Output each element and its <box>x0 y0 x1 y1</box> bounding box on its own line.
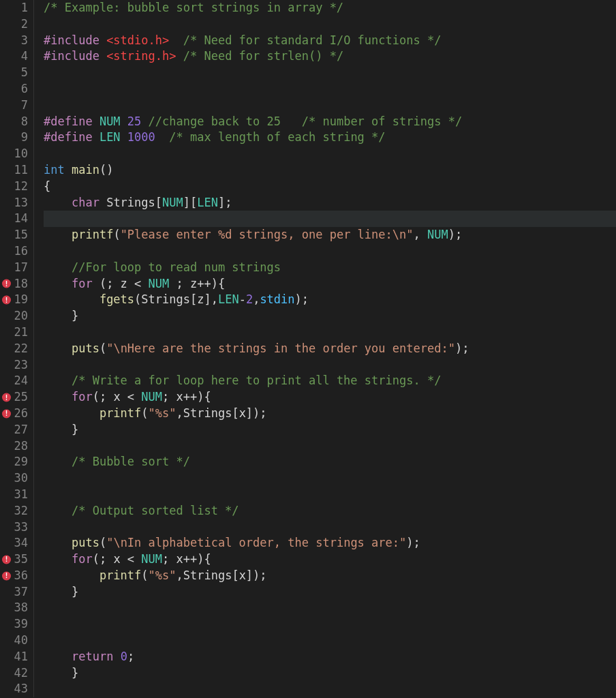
line-number: 41 <box>0 649 33 665</box>
code-line[interactable] <box>44 211 616 227</box>
line-number: 3 <box>0 33 33 49</box>
code-line[interactable] <box>44 324 616 341</box>
code-line[interactable]: printf("%s",Strings[x]); <box>44 406 616 422</box>
error-icon[interactable] <box>2 279 11 288</box>
error-icon[interactable] <box>2 296 11 305</box>
token: (; x < <box>93 390 142 404</box>
code-line[interactable]: fgets(Strings[z],LEN-2,stdin); <box>44 292 616 308</box>
code-line[interactable]: for(; x < NUM; x++){ <box>44 389 616 406</box>
line-number: 7 <box>0 97 33 114</box>
line-number: 18 <box>0 276 33 292</box>
line-number: 6 <box>0 81 33 97</box>
token: for <box>72 277 93 290</box>
code-line[interactable]: } <box>44 584 616 601</box>
token: } <box>44 309 78 322</box>
code-line[interactable] <box>44 487 616 503</box>
token: //change back to 25 /* number of strings… <box>149 115 463 128</box>
code-line[interactable]: { <box>44 179 616 195</box>
code-line[interactable]: /* Example: bubble sort strings in array… <box>44 0 616 16</box>
token: ( <box>113 228 120 241</box>
code-line[interactable] <box>44 438 616 455</box>
code-line[interactable]: char Strings[NUM][LEN]; <box>44 195 616 211</box>
code-line[interactable]: /* Bubble sort */ <box>44 454 616 470</box>
token <box>44 568 99 582</box>
code-line[interactable]: /* Write a for loop here to print all th… <box>44 373 616 389</box>
code-line[interactable] <box>44 519 616 536</box>
code-line[interactable] <box>44 65 616 81</box>
code-line[interactable]: printf("Please enter %d strings, one per… <box>44 227 616 243</box>
token: 1000 <box>127 130 155 144</box>
token: } <box>44 423 78 436</box>
token: 0 <box>121 650 127 663</box>
token: ; <box>127 650 134 663</box>
code-line[interactable] <box>44 97 616 114</box>
token: "\nIn alphabetical order, the strings ar… <box>106 536 406 549</box>
error-icon[interactable] <box>2 409 11 418</box>
token: /* Need for standard I/O functions */ <box>183 33 442 47</box>
code-line[interactable]: #define NUM 25 //change back to 25 /* nu… <box>44 114 616 130</box>
line-number: 32 <box>0 503 33 519</box>
error-icon[interactable] <box>2 555 11 564</box>
code-line[interactable]: } <box>44 308 616 324</box>
code-line[interactable] <box>44 681 616 697</box>
code-line[interactable]: return 0; <box>44 649 616 665</box>
code-line[interactable]: //For loop to read num strings <box>44 260 616 276</box>
token: LEN <box>99 130 127 144</box>
code-line[interactable]: puts("\nHere are the strings in the orde… <box>44 341 616 357</box>
error-icon[interactable] <box>2 571 11 580</box>
code-line[interactable] <box>44 16 616 33</box>
code-line[interactable]: #define LEN 1000 /* max length of each s… <box>44 130 616 146</box>
token: /* Output sorted list */ <box>72 504 239 517</box>
code-line[interactable] <box>44 616 616 633</box>
line-number: 25 <box>0 389 33 406</box>
line-number: 16 <box>0 243 33 260</box>
line-number: 20 <box>0 308 33 324</box>
code-line[interactable]: for (; z < NUM ; z++){ <box>44 276 616 292</box>
code-line[interactable]: /* Output sorted list */ <box>44 503 616 519</box>
code-line[interactable]: puts("\nIn alphabetical order, the strin… <box>44 535 616 551</box>
token: for <box>72 390 93 404</box>
token: ); <box>455 342 469 355</box>
token: NUM <box>141 390 162 404</box>
token <box>44 536 72 549</box>
line-number: 31 <box>0 487 33 503</box>
code-line[interactable]: } <box>44 422 616 438</box>
code-line[interactable] <box>44 600 616 616</box>
token <box>155 130 169 144</box>
gutter: 1234567891011121314151617181920212223242… <box>0 0 34 697</box>
code-line[interactable]: #include <stdio.h> /* Need for standard … <box>44 33 616 49</box>
line-number: 42 <box>0 665 33 682</box>
code-editor[interactable]: 1234567891011121314151617181920212223242… <box>0 0 616 697</box>
code-area[interactable]: /* Example: bubble sort strings in array… <box>34 0 616 697</box>
code-line[interactable] <box>44 633 616 649</box>
token: puts <box>72 342 99 355</box>
line-number: 2 <box>0 16 33 33</box>
token: /* Example: bubble sort strings in array… <box>44 1 343 14</box>
token <box>44 504 72 517</box>
code-line[interactable]: } <box>44 665 616 682</box>
token: ); <box>406 536 420 549</box>
error-icon[interactable] <box>2 393 11 402</box>
token: int <box>44 163 72 177</box>
code-line[interactable] <box>44 146 616 162</box>
token: } <box>44 585 78 598</box>
code-line[interactable]: for(; x < NUM; x++){ <box>44 551 616 568</box>
code-line[interactable]: #include <string.h> /* Need for strlen()… <box>44 48 616 65</box>
code-line[interactable]: printf("%s",Strings[x]); <box>44 568 616 584</box>
code-line[interactable] <box>44 243 616 260</box>
line-number: 15 <box>0 227 33 243</box>
token: 2 <box>246 292 253 306</box>
token: ( <box>141 406 148 420</box>
token: /* max length of each string */ <box>169 130 385 144</box>
code-line[interactable] <box>44 470 616 487</box>
token: //For loop to read num strings <box>72 260 281 274</box>
token: "Please enter %d strings, one per line:\… <box>121 228 414 241</box>
code-line[interactable] <box>44 357 616 374</box>
token: (; z < <box>93 277 149 290</box>
line-number: 10 <box>0 146 33 162</box>
code-line[interactable] <box>44 81 616 97</box>
code-line[interactable]: int main() <box>44 162 616 179</box>
token <box>44 342 72 355</box>
token: #define <box>44 130 99 144</box>
token <box>44 374 72 387</box>
